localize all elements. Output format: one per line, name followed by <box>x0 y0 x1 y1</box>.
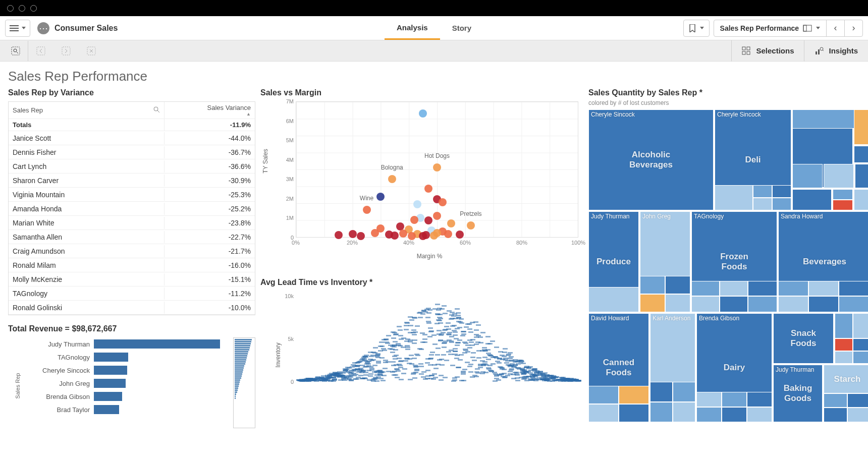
scatter-point[interactable] <box>371 229 379 237</box>
treemap-cell[interactable] <box>748 296 777 312</box>
tab-analysis[interactable]: Analysis <box>385 16 440 40</box>
treemap-cell[interactable] <box>588 404 619 422</box>
scatter-point[interactable] <box>335 231 343 239</box>
treemap-cell[interactable] <box>835 351 853 364</box>
scatter-point[interactable] <box>456 231 464 239</box>
table-row[interactable]: Janice Scott-44.0% <box>9 131 255 145</box>
table-row[interactable]: Molly McKenzie-15.1% <box>9 272 255 286</box>
treemap-cell[interactable] <box>747 407 772 422</box>
treemap-cell[interactable] <box>696 407 722 422</box>
clear-selections-button[interactable] <box>79 41 104 61</box>
treemap-cell[interactable] <box>673 382 695 402</box>
scatter-point[interactable] <box>433 212 441 220</box>
scatter-point[interactable] <box>376 193 385 201</box>
scatter-point[interactable] <box>399 229 407 238</box>
window-close-dot[interactable] <box>7 5 14 12</box>
table-row[interactable]: Dennis Fisher-36.7% <box>9 145 255 159</box>
scatter-point[interactable] <box>357 232 365 240</box>
scatter-chart[interactable]: TY Sales 01M2M3M4M5M6M7M Hot DogsBologna… <box>281 101 578 263</box>
scatter-point[interactable] <box>410 216 418 224</box>
treemap-cell[interactable] <box>722 392 747 407</box>
scatter-point[interactable] <box>424 185 432 193</box>
treemap-cell[interactable] <box>588 386 619 404</box>
treemap-cell[interactable] <box>772 198 791 210</box>
treemap-cell[interactable] <box>847 408 868 422</box>
table-row[interactable]: TAGnology-11.2% <box>9 286 255 301</box>
leadtime-chart[interactable]: Inventory 05k10k <box>281 291 578 392</box>
treemap-cell[interactable] <box>839 296 868 312</box>
treemap-cell[interactable] <box>640 276 665 294</box>
treemap-cell[interactable] <box>835 338 853 351</box>
treemap-cell[interactable] <box>696 392 722 407</box>
treemap-cell[interactable] <box>835 313 853 338</box>
treemap-cell[interactable] <box>855 164 868 188</box>
treemap-cell[interactable] <box>665 294 690 312</box>
treemap-cell[interactable]: Cheryle SincockAlcoholic Beverages <box>588 109 714 210</box>
bar-row[interactable]: John Greg <box>8 377 255 390</box>
table-row[interactable]: Marian White-23.8% <box>9 216 255 230</box>
treemap-cell[interactable] <box>588 287 639 312</box>
treemap-cell[interactable] <box>792 189 832 210</box>
treemap-cell[interactable] <box>839 281 868 296</box>
treemap-cell[interactable] <box>824 393 847 408</box>
bar-row[interactable]: Cheryle Sincock <box>8 364 255 377</box>
treemap-cell[interactable] <box>778 281 808 296</box>
scatter-point[interactable] <box>408 232 416 240</box>
treemap-cell[interactable]: Starch <box>824 365 868 393</box>
treemap-cell[interactable]: Judy ThurmanBaking Goods <box>773 365 823 422</box>
treemap-cell[interactable] <box>808 281 839 296</box>
revenue-bar-chart[interactable]: Sales Rep Judy ThurmanTAGnologyCheryle S… <box>8 337 255 438</box>
treemap-cell[interactable] <box>640 294 665 312</box>
scatter-point[interactable] <box>447 219 455 227</box>
table-row[interactable]: Amanda Honda-25.2% <box>9 202 255 216</box>
bar-row[interactable]: TAGnology <box>8 351 255 364</box>
sheet-switcher-button[interactable]: Sales Rep Performance <box>714 20 826 36</box>
treemap-cell[interactable] <box>715 185 753 210</box>
table-row[interactable]: Cart Lynch-36.6% <box>9 159 255 174</box>
scatter-point[interactable] <box>349 230 357 238</box>
insights-button[interactable]: Insights <box>804 40 868 62</box>
treemap-cell[interactable] <box>854 189 868 210</box>
treemap-cell[interactable] <box>853 338 868 351</box>
treemap-cell[interactable] <box>691 296 720 312</box>
bar-row[interactable]: Brad Taylor <box>8 403 255 416</box>
treemap-cell[interactable] <box>792 164 823 188</box>
variance-table[interactable]: Sales Rep Sales Variance ▲ Totals -11.9%… <box>8 101 255 315</box>
smart-search-button[interactable] <box>3 41 28 61</box>
scatter-point[interactable] <box>419 232 427 240</box>
treemap-cell[interactable] <box>824 164 854 188</box>
step-back-button[interactable] <box>28 41 53 61</box>
treemap-cell[interactable] <box>753 185 772 198</box>
treemap-cell[interactable]: Snack Foods <box>773 313 834 364</box>
bar-minimap[interactable] <box>233 337 255 428</box>
treemap-cell[interactable] <box>722 407 747 422</box>
scatter-point[interactable] <box>424 216 432 224</box>
step-forward-button[interactable] <box>53 41 79 61</box>
treemap-cell[interactable] <box>847 393 868 408</box>
selections-tool-button[interactable]: Selections <box>731 40 804 62</box>
treemap-cell[interactable] <box>650 402 673 422</box>
treemap-cell[interactable] <box>619 386 649 404</box>
treemap-cell[interactable] <box>853 313 868 338</box>
col-header-variance[interactable]: Sales Variance ▲ <box>164 102 255 119</box>
scatter-point[interactable] <box>433 163 441 171</box>
main-menu-button[interactable] <box>5 20 30 37</box>
window-maximize-dot[interactable] <box>30 5 37 12</box>
bookmarks-button[interactable] <box>683 20 710 37</box>
scatter-point[interactable] <box>388 175 396 183</box>
treemap-cell[interactable] <box>650 382 673 402</box>
treemap-cell[interactable] <box>665 276 690 294</box>
scatter-point[interactable] <box>430 232 438 240</box>
scatter-point[interactable] <box>467 221 475 229</box>
table-row[interactable]: Sharon Carver-30.9% <box>9 174 255 188</box>
table-row[interactable]: Ronald Golinski-10.0% <box>9 301 255 315</box>
scatter-point[interactable] <box>444 230 452 238</box>
prev-sheet-button[interactable]: ‹ <box>826 20 844 36</box>
col-header-rep[interactable]: Sales Rep <box>9 104 164 116</box>
tab-story[interactable]: Story <box>440 16 483 40</box>
treemap-cell[interactable] <box>808 296 839 312</box>
scatter-point[interactable] <box>419 109 427 118</box>
treemap-cell[interactable] <box>747 392 772 407</box>
bar-row[interactable]: Brenda Gibson <box>8 390 255 403</box>
treemap-chart[interactable]: Cheryle SincockAlcoholic BeveragesCheryl… <box>588 109 868 422</box>
